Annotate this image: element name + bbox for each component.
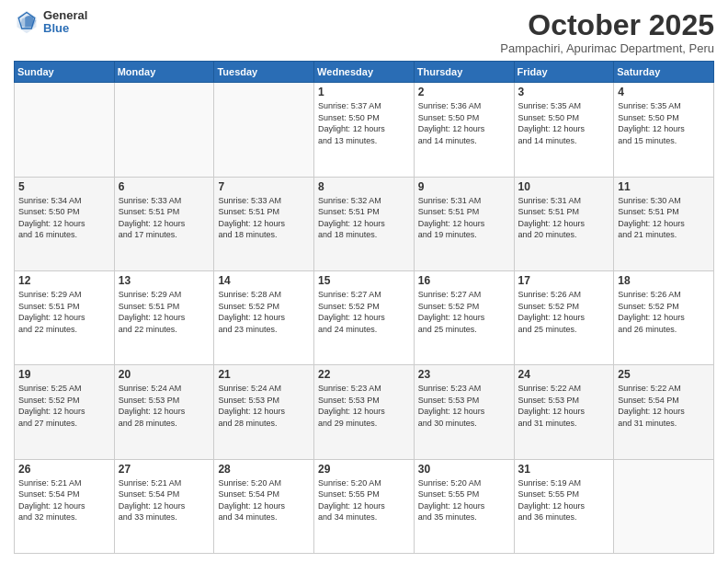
- col-thursday: Thursday: [414, 62, 514, 83]
- day-cell: 8Sunrise: 5:32 AM Sunset: 5:51 PM Daylig…: [314, 177, 415, 270]
- day-info: Sunrise: 5:20 AM Sunset: 5:54 PM Dayligh…: [218, 477, 310, 523]
- day-cell: 25Sunrise: 5:22 AM Sunset: 5:54 PM Dayli…: [614, 365, 714, 459]
- day-number: 28: [218, 463, 310, 476]
- day-number: 3: [518, 86, 610, 98]
- day-number: 24: [518, 368, 610, 381]
- header-row: Sunday Monday Tuesday Wednesday Thursday…: [15, 62, 714, 83]
- day-info: Sunrise: 5:33 AM Sunset: 5:51 PM Dayligh…: [119, 195, 210, 241]
- day-number: 13: [119, 274, 210, 287]
- day-info: Sunrise: 5:27 AM Sunset: 5:52 PM Dayligh…: [418, 289, 510, 335]
- day-cell: 10Sunrise: 5:31 AM Sunset: 5:51 PM Dayli…: [514, 177, 614, 270]
- day-number: 12: [18, 274, 110, 287]
- day-cell: 7Sunrise: 5:33 AM Sunset: 5:51 PM Daylig…: [214, 177, 314, 270]
- day-cell: 14Sunrise: 5:28 AM Sunset: 5:52 PM Dayli…: [214, 270, 314, 364]
- day-info: Sunrise: 5:33 AM Sunset: 5:51 PM Dayligh…: [218, 195, 310, 241]
- col-saturday: Saturday: [614, 62, 714, 83]
- day-cell: 4Sunrise: 5:35 AM Sunset: 5:50 PM Daylig…: [614, 83, 714, 177]
- day-number: 23: [418, 368, 510, 381]
- day-cell: 15Sunrise: 5:27 AM Sunset: 5:52 PM Dayli…: [314, 270, 415, 364]
- day-cell: 12Sunrise: 5:29 AM Sunset: 5:51 PM Dayli…: [15, 270, 115, 364]
- day-info: Sunrise: 5:37 AM Sunset: 5:50 PM Dayligh…: [318, 100, 410, 146]
- day-number: 1: [318, 86, 410, 98]
- day-cell: 31Sunrise: 5:19 AM Sunset: 5:55 PM Dayli…: [514, 459, 614, 553]
- day-info: Sunrise: 5:28 AM Sunset: 5:52 PM Dayligh…: [218, 289, 310, 335]
- col-wednesday: Wednesday: [314, 62, 415, 83]
- day-cell: 20Sunrise: 5:24 AM Sunset: 5:53 PM Dayli…: [114, 365, 214, 459]
- day-number: 18: [618, 274, 710, 287]
- day-info: Sunrise: 5:26 AM Sunset: 5:52 PM Dayligh…: [618, 289, 710, 335]
- week-row-5: 26Sunrise: 5:21 AM Sunset: 5:54 PM Dayli…: [15, 459, 714, 553]
- day-number: 11: [618, 180, 710, 193]
- day-cell: 5Sunrise: 5:34 AM Sunset: 5:50 PM Daylig…: [15, 177, 115, 270]
- day-number: 31: [518, 463, 610, 476]
- month-title: October 2025: [500, 9, 714, 41]
- day-info: Sunrise: 5:27 AM Sunset: 5:52 PM Dayligh…: [318, 289, 410, 335]
- day-number: 26: [18, 463, 110, 476]
- day-cell: 18Sunrise: 5:26 AM Sunset: 5:52 PM Dayli…: [614, 270, 714, 364]
- day-info: Sunrise: 5:35 AM Sunset: 5:50 PM Dayligh…: [618, 100, 710, 146]
- day-cell: 24Sunrise: 5:22 AM Sunset: 5:53 PM Dayli…: [514, 365, 614, 459]
- day-number: 17: [518, 274, 610, 287]
- location-subtitle: Pampachiri, Apurimac Department, Peru: [500, 41, 714, 55]
- logo: General Blue: [14, 9, 87, 36]
- day-info: Sunrise: 5:34 AM Sunset: 5:50 PM Dayligh…: [18, 195, 110, 241]
- day-number: 19: [18, 368, 110, 381]
- day-cell: [15, 83, 115, 177]
- day-cell: 3Sunrise: 5:35 AM Sunset: 5:50 PM Daylig…: [514, 83, 614, 177]
- day-info: Sunrise: 5:21 AM Sunset: 5:54 PM Dayligh…: [18, 477, 110, 523]
- logo-blue-text: Blue: [43, 22, 87, 35]
- calendar-body: 1Sunrise: 5:37 AM Sunset: 5:50 PM Daylig…: [15, 83, 714, 554]
- week-row-3: 12Sunrise: 5:29 AM Sunset: 5:51 PM Dayli…: [15, 270, 714, 364]
- day-info: Sunrise: 5:21 AM Sunset: 5:54 PM Dayligh…: [119, 477, 210, 523]
- day-number: 7: [218, 180, 310, 193]
- col-monday: Monday: [114, 62, 214, 83]
- day-number: 30: [418, 463, 510, 476]
- day-number: 22: [318, 368, 410, 381]
- day-info: Sunrise: 5:35 AM Sunset: 5:50 PM Dayligh…: [518, 100, 610, 146]
- day-number: 21: [218, 368, 310, 381]
- day-info: Sunrise: 5:20 AM Sunset: 5:55 PM Dayligh…: [318, 477, 410, 523]
- day-cell: [614, 459, 714, 553]
- day-number: 2: [418, 86, 510, 98]
- day-number: 27: [119, 463, 210, 476]
- calendar-table: Sunday Monday Tuesday Wednesday Thursday…: [14, 61, 714, 554]
- day-number: 25: [618, 368, 710, 381]
- day-number: 10: [518, 180, 610, 193]
- day-cell: 19Sunrise: 5:25 AM Sunset: 5:52 PM Dayli…: [15, 365, 115, 459]
- day-info: Sunrise: 5:20 AM Sunset: 5:55 PM Dayligh…: [418, 477, 510, 523]
- day-number: 14: [218, 274, 310, 287]
- day-number: 5: [18, 180, 110, 193]
- day-info: Sunrise: 5:23 AM Sunset: 5:53 PM Dayligh…: [418, 383, 510, 429]
- logo-icon: [14, 9, 40, 35]
- day-cell: 28Sunrise: 5:20 AM Sunset: 5:54 PM Dayli…: [214, 459, 314, 553]
- day-info: Sunrise: 5:22 AM Sunset: 5:53 PM Dayligh…: [518, 383, 610, 429]
- col-friday: Friday: [514, 62, 614, 83]
- day-info: Sunrise: 5:31 AM Sunset: 5:51 PM Dayligh…: [418, 195, 510, 241]
- day-number: 4: [618, 86, 710, 98]
- day-info: Sunrise: 5:19 AM Sunset: 5:55 PM Dayligh…: [518, 477, 610, 523]
- day-number: 16: [418, 274, 510, 287]
- day-cell: [114, 83, 214, 177]
- week-row-1: 1Sunrise: 5:37 AM Sunset: 5:50 PM Daylig…: [15, 83, 714, 177]
- day-info: Sunrise: 5:36 AM Sunset: 5:50 PM Dayligh…: [418, 100, 510, 146]
- day-info: Sunrise: 5:30 AM Sunset: 5:51 PM Dayligh…: [618, 195, 710, 241]
- day-info: Sunrise: 5:32 AM Sunset: 5:51 PM Dayligh…: [318, 195, 410, 241]
- day-info: Sunrise: 5:24 AM Sunset: 5:53 PM Dayligh…: [119, 383, 210, 429]
- day-cell: 29Sunrise: 5:20 AM Sunset: 5:55 PM Dayli…: [314, 459, 415, 553]
- day-info: Sunrise: 5:29 AM Sunset: 5:51 PM Dayligh…: [18, 289, 110, 335]
- day-cell: 13Sunrise: 5:29 AM Sunset: 5:51 PM Dayli…: [114, 270, 214, 364]
- day-info: Sunrise: 5:25 AM Sunset: 5:52 PM Dayligh…: [18, 383, 110, 429]
- col-sunday: Sunday: [15, 62, 115, 83]
- logo-text: General Blue: [43, 9, 87, 36]
- day-number: 20: [119, 368, 210, 381]
- day-cell: 9Sunrise: 5:31 AM Sunset: 5:51 PM Daylig…: [414, 177, 514, 270]
- day-cell: 16Sunrise: 5:27 AM Sunset: 5:52 PM Dayli…: [414, 270, 514, 364]
- day-info: Sunrise: 5:26 AM Sunset: 5:52 PM Dayligh…: [518, 289, 610, 335]
- day-cell: 23Sunrise: 5:23 AM Sunset: 5:53 PM Dayli…: [414, 365, 514, 459]
- logo-general-text: General: [43, 9, 87, 22]
- day-cell: 6Sunrise: 5:33 AM Sunset: 5:51 PM Daylig…: [114, 177, 214, 270]
- day-cell: 1Sunrise: 5:37 AM Sunset: 5:50 PM Daylig…: [314, 83, 415, 177]
- day-info: Sunrise: 5:31 AM Sunset: 5:51 PM Dayligh…: [518, 195, 610, 241]
- day-number: 8: [318, 180, 410, 193]
- calendar-header: Sunday Monday Tuesday Wednesday Thursday…: [15, 62, 714, 83]
